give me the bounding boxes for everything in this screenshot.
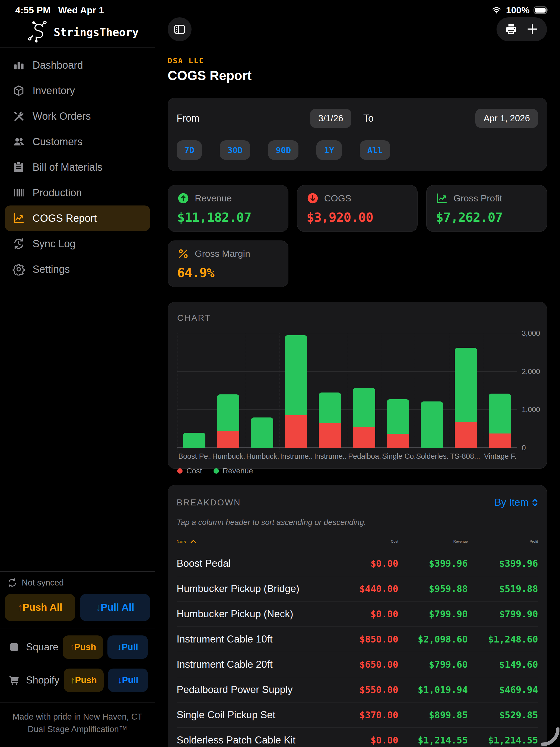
bar-humbuck[interactable]	[251, 417, 273, 448]
item-revenue: $1,214.55	[398, 735, 468, 746]
sidebar-item-label: COGS Report	[32, 212, 97, 224]
bar-segment-cost	[285, 415, 307, 448]
bulk-sync-buttons: Push All Pull All	[0, 592, 155, 621]
sync-log-icon	[12, 237, 26, 250]
item-cost: $550.00	[341, 684, 398, 695]
column-header-cost[interactable]: Cost	[341, 539, 398, 543]
range-90d-button[interactable]: 90D	[268, 140, 298, 160]
cogs-report-icon	[12, 212, 26, 225]
table-row[interactable]: Pedalboard Power Supply$550.00$1,019.94$…	[177, 677, 538, 702]
table-row[interactable]: Single Coil Pickup Set$370.00$899.85$529…	[177, 702, 538, 728]
push-square-button[interactable]: Push	[63, 636, 103, 659]
stat-value: $7,262.07	[436, 210, 537, 225]
status-bar: 4:55 PM Wed Apr 1 100%	[0, 0, 560, 17]
item-revenue: $1,019.94	[398, 684, 468, 695]
bar-segment-revenue	[217, 394, 239, 431]
bar-segment-revenue	[353, 388, 375, 427]
credits-line2: Dual Stage Amplification™	[4, 723, 151, 736]
item-profit: $519.88	[468, 583, 538, 594]
table-row[interactable]: Instrument Cable 10ft$850.00$2,098.60$1,…	[177, 627, 538, 652]
range-30d-button[interactable]: 30D	[220, 140, 250, 160]
table-row[interactable]: Humbucker Pickup (Neck)$0.00$799.90$799.…	[177, 601, 538, 627]
bar-vintage-f[interactable]	[489, 393, 511, 448]
pull-shopify-button[interactable]: Pull	[108, 669, 148, 692]
sidebar-item-production[interactable]: Production	[5, 180, 150, 205]
sidebar-credits: Made with pride in New Haven, CT Dual St…	[0, 702, 155, 747]
stat-value: $3,920.00	[306, 210, 408, 225]
pull-square-button[interactable]: Pull	[107, 636, 148, 659]
group-by-label: By Item	[495, 497, 529, 508]
x-axis-label: Single Co...	[381, 452, 415, 461]
sidebar-item-bill-of-materials[interactable]: Bill of Materials	[5, 154, 150, 180]
bar-single-co[interactable]	[387, 399, 409, 448]
sidebar-item-label: Settings	[32, 263, 70, 275]
table-row[interactable]: Instrument Cable 20ft$650.00$799.60$149.…	[177, 652, 538, 677]
column-header-name[interactable]: Name	[177, 539, 341, 543]
stat-label: Gross Profit	[453, 193, 502, 204]
dashboard-icon	[12, 59, 26, 71]
bar-humbuck[interactable]	[217, 394, 239, 448]
from-date-picker[interactable]: 3/1/26	[310, 109, 351, 128]
bar-segment-revenue	[183, 433, 205, 448]
sidebar-item-settings[interactable]: Settings	[5, 257, 150, 282]
table-row[interactable]: Humbucker Pickup (Bridge)$440.00$959.88$…	[177, 576, 538, 601]
item-cost: $0.00	[341, 558, 398, 569]
item-name: Humbucker Pickup (Neck)	[177, 608, 341, 620]
table-row[interactable]: Boost Pedal$0.00$399.96$399.96	[177, 551, 538, 576]
bar-segment-cost	[387, 434, 409, 448]
bar-instrume[interactable]	[319, 392, 341, 448]
add-button[interactable]	[526, 23, 539, 36]
x-axis-label: Boost Pe...	[177, 452, 211, 461]
group-by-selector[interactable]: By Item	[495, 497, 538, 508]
legend-dot-icon	[177, 468, 183, 474]
item-revenue: $799.60	[398, 659, 468, 670]
sidebar-item-cogs-report[interactable]: COGS Report	[5, 205, 150, 231]
work-orders-icon	[12, 110, 26, 123]
settings-icon	[12, 263, 26, 276]
bar-solderles[interactable]	[421, 402, 443, 448]
sidebar-item-customers[interactable]: Customers	[5, 129, 150, 154]
stat-card-gross-profit: Gross Profit$7,262.07	[426, 185, 547, 232]
print-button[interactable]	[505, 23, 518, 36]
column-header-revenue[interactable]: Revenue	[398, 539, 468, 543]
sidebar-item-dashboard[interactable]: Dashboard	[5, 52, 150, 78]
bar-ts-808[interactable]	[455, 348, 477, 448]
x-axis-label: Instrume...	[313, 452, 347, 461]
column-header-profit[interactable]: Profit	[468, 539, 538, 543]
range-all-button[interactable]: All	[360, 140, 390, 160]
item-name: Humbucker Pickup (Bridge)	[177, 583, 341, 594]
sidebar-item-inventory[interactable]: Inventory	[5, 78, 150, 103]
square-logo-icon	[7, 641, 21, 653]
sidebar-item-work-orders[interactable]: Work Orders	[5, 103, 150, 129]
item-profit: $799.90	[468, 609, 538, 619]
sidebar-item-label: Production	[32, 187, 82, 199]
bar-instrume[interactable]	[285, 335, 307, 448]
bar-pedalboa[interactable]	[353, 388, 375, 448]
bar-segment-revenue	[387, 399, 409, 434]
integration-name: Square	[26, 641, 58, 653]
to-date-picker[interactable]: Apr 1, 2026	[475, 109, 538, 128]
brand-name: StringsTheory	[54, 26, 139, 38]
sidebar-item-sync-log[interactable]: Sync Log	[5, 231, 150, 257]
sidebar-item-label: Inventory	[32, 85, 75, 97]
item-profit: $1,214.55	[468, 735, 538, 746]
bar-segment-revenue	[251, 417, 273, 448]
bar-segment-revenue	[285, 335, 307, 415]
range-7d-button[interactable]: 7D	[177, 140, 202, 160]
bar-chart: 01,0002,0003,000	[177, 333, 517, 448]
item-cost: $650.00	[341, 659, 398, 670]
bar-segment-cost	[489, 434, 511, 448]
sidebar-item-label: Work Orders	[32, 110, 91, 122]
pull-all-button[interactable]: Pull All	[80, 594, 150, 621]
sort-ascending-icon	[190, 540, 196, 543]
item-profit: $469.94	[468, 684, 538, 695]
bar-boost-pe[interactable]	[183, 433, 205, 448]
item-cost: $0.00	[341, 609, 398, 619]
plus-icon	[526, 23, 539, 35]
push-all-button[interactable]: Push All	[5, 594, 75, 621]
sidebar-toggle-button[interactable]	[168, 17, 191, 41]
push-shopify-button[interactable]: Push	[64, 669, 104, 692]
table-row[interactable]: Solderless Patch Cable Kit$0.00$1,214.55…	[177, 728, 538, 747]
range-1y-button[interactable]: 1Y	[316, 140, 342, 160]
item-name: Instrument Cable 10ft	[177, 634, 341, 645]
